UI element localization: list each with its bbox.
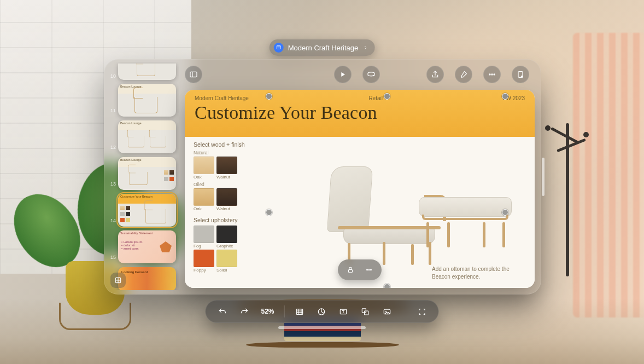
svg-point-11 — [371, 269, 372, 270]
textbox-icon — [338, 307, 348, 316]
thumb-title: Sustainability Statement — [118, 230, 176, 240]
lock-object-button[interactable] — [343, 263, 358, 277]
chart-icon — [317, 307, 326, 316]
document-options-button[interactable] — [512, 66, 529, 83]
app-badge-icon — [274, 43, 284, 53]
selection-handle[interactable] — [266, 93, 272, 100]
slide-thumb-15[interactable]: Sustainability Statement • Lorem ipsum• … — [118, 230, 176, 263]
slide-number: 15 — [108, 234, 116, 260]
table-icon — [295, 307, 304, 316]
ellipsis-icon — [365, 266, 373, 274]
redo-icon — [239, 307, 249, 316]
slide-number: 10 — [108, 65, 116, 79]
slide-number: 13 — [108, 160, 116, 187]
swatch-soleil[interactable]: Soleil — [216, 250, 237, 273]
slide-thumb-13[interactable]: Beacon Lounge — [118, 157, 176, 190]
thumb-title: Beacon Lounge — [118, 120, 176, 130]
undo-icon — [218, 307, 227, 316]
slide-thumb-10[interactable] — [118, 63, 176, 80]
swatch-oak-natural[interactable]: Oak — [194, 157, 214, 180]
svg-point-2 — [489, 74, 490, 75]
swatch-walnut-natural[interactable]: Walnut — [216, 157, 237, 180]
svg-point-1 — [373, 75, 374, 77]
slide-title: Customize Your Beacon — [195, 102, 525, 123]
insert-chart-button[interactable] — [312, 303, 331, 320]
keynote-window: 10 11 Beacon Lounge 12 Beacon Lounge 13 … — [104, 59, 541, 294]
swatch-walnut-oiled[interactable]: Walnut — [216, 188, 237, 211]
group-label: Oiled — [194, 182, 281, 187]
redo-button[interactable] — [235, 303, 253, 320]
slide-body: Select wood + finish Natural Oak Walnut … — [185, 137, 535, 288]
frame-button[interactable] — [413, 303, 431, 320]
more-button[interactable] — [483, 66, 501, 83]
play-button[interactable] — [334, 66, 352, 83]
ellipsis-icon — [488, 70, 496, 79]
window-resize-handle[interactable] — [542, 158, 545, 196]
selection-handle[interactable] — [502, 209, 508, 216]
svg-point-9 — [367, 269, 368, 270]
sidebar-icon — [189, 70, 198, 79]
slide-number: 11 — [108, 87, 116, 113]
slide-thumb-11[interactable]: Beacon Lounge — [118, 84, 176, 117]
svg-rect-8 — [349, 269, 353, 272]
play-icon — [338, 70, 347, 79]
paintbrush-icon — [459, 70, 468, 79]
svg-point-18 — [385, 310, 386, 311]
window-move-grabber[interactable] — [278, 326, 366, 329]
object-more-button[interactable] — [362, 263, 376, 277]
swatch-oak-oiled[interactable]: Oak — [194, 188, 214, 211]
plus-icon — [114, 276, 122, 284]
presenter-icon — [367, 70, 376, 79]
swatch-graphite[interactable]: Graphite — [216, 226, 237, 249]
format-button[interactable] — [455, 66, 472, 83]
sidebar-toggle-button[interactable] — [185, 66, 202, 83]
frame-icon — [417, 307, 426, 316]
keynote-live-button[interactable] — [362, 66, 380, 83]
zoom-level[interactable]: 52% — [256, 308, 278, 315]
section-label: Select upholstery — [194, 217, 281, 223]
bottom-toolbar: 52% — [205, 300, 438, 323]
slide-number: 12 — [108, 124, 116, 150]
media-icon — [382, 307, 391, 316]
share-button[interactable] — [426, 66, 444, 83]
insert-media-button[interactable] — [378, 303, 396, 320]
thumb-title: Beacon Lounge — [118, 84, 176, 94]
add-slide-button[interactable] — [110, 273, 126, 288]
slide-thumb-12[interactable]: Beacon Lounge — [118, 120, 176, 153]
top-toolbar — [185, 63, 535, 85]
slide-thumb-14[interactable]: Customize Your Beacon — [118, 194, 176, 227]
slide-caption: Add an ottoman to complete the Beacon ex… — [432, 265, 525, 280]
toolbar-divider — [284, 305, 285, 317]
section-label: Select wood + finish — [194, 141, 281, 148]
svg-rect-12 — [296, 309, 302, 314]
thumb-title: Looking Forward — [121, 270, 148, 274]
share-icon — [431, 70, 440, 79]
selection-handle[interactable] — [266, 209, 272, 216]
slide-navigator[interactable]: 10 11 Beacon Lounge 12 Beacon Lounge 13 … — [108, 62, 179, 290]
group-label: Natural — [194, 150, 281, 155]
selection-handle[interactable] — [502, 93, 508, 100]
svg-point-3 — [491, 74, 493, 75]
insert-text-button[interactable] — [334, 303, 353, 320]
window-title: Modern Craft Heritage — [288, 44, 359, 52]
insert-table-button[interactable] — [290, 303, 309, 320]
svg-rect-0 — [190, 72, 197, 77]
window-title-capsule[interactable]: Modern Craft Heritage — [270, 39, 375, 56]
selection-handle[interactable] — [384, 284, 390, 288]
insert-shape-button[interactable] — [356, 303, 374, 320]
slide-thumb-16[interactable]: Looking Forward — [118, 267, 176, 290]
slide-number: 14 — [108, 197, 116, 223]
undo-button[interactable] — [213, 303, 231, 320]
svg-point-4 — [494, 74, 495, 75]
swatch-poppy[interactable]: Poppy — [194, 250, 214, 273]
svg-point-6 — [521, 76, 523, 78]
swatch-panel: Select wood + finish Natural Oak Walnut … — [194, 141, 281, 274]
slide-canvas[interactable]: Modern Craft Heritage Retail FW 2023 Cus… — [185, 90, 535, 288]
shape-icon — [360, 307, 370, 316]
room-curtain — [573, 33, 644, 317]
swatch-fog[interactable]: Fog — [194, 226, 214, 249]
selection-handle[interactable] — [384, 93, 390, 100]
svg-rect-15 — [362, 308, 366, 312]
svg-point-10 — [368, 269, 370, 270]
selection-body — [269, 138, 505, 287]
